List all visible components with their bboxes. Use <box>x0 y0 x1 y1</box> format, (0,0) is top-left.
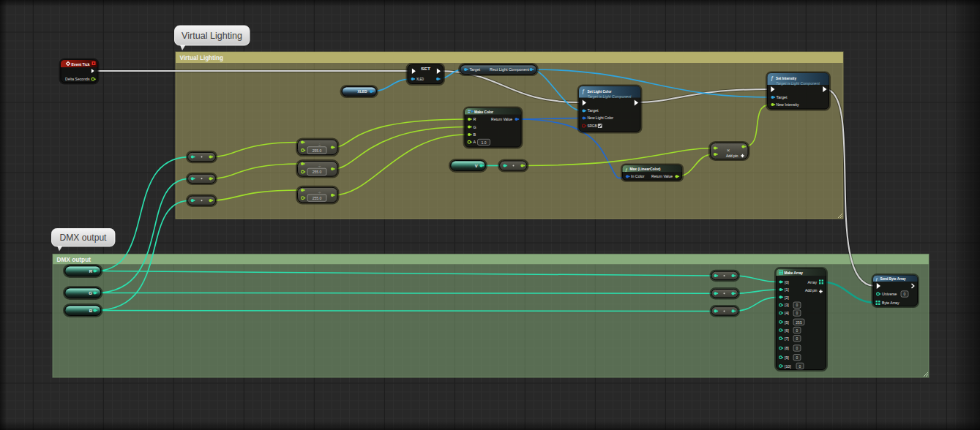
svg-text:[2]: [2] <box>785 295 789 300</box>
svg-text:Target: Target <box>777 95 788 99</box>
svg-text:[7]: [7] <box>785 336 789 341</box>
svg-text:XLED: XLED <box>358 89 367 94</box>
svg-text:Virtual Lighting: Virtual Lighting <box>182 30 242 41</box>
svg-text:V: V <box>475 164 478 168</box>
svg-text:G: G <box>89 291 92 295</box>
svg-text:0: 0 <box>796 328 798 333</box>
svg-text:Target: Target <box>588 108 599 113</box>
svg-text:B: B <box>474 132 476 137</box>
svg-text:0: 0 <box>796 346 798 350</box>
svg-text:[0]: [0] <box>785 280 789 284</box>
svg-text:Event Tick: Event Tick <box>72 62 91 67</box>
svg-text:Make Color: Make Color <box>474 110 494 114</box>
svg-text:0: 0 <box>796 311 798 315</box>
svg-text:[8]: [8] <box>785 346 789 350</box>
svg-text:ƒ: ƒ <box>771 75 774 81</box>
svg-text:255.0: 255.0 <box>313 148 322 153</box>
svg-text:Target: Target <box>470 67 481 72</box>
svg-text:[9]: [9] <box>785 355 789 360</box>
svg-text:[5]: [5] <box>785 320 789 325</box>
svg-text:Byte Array: Byte Array <box>882 301 899 305</box>
svg-text:[1]: [1] <box>785 287 789 292</box>
svg-text:[10]: [10] <box>785 364 791 369</box>
svg-text:Array: Array <box>808 280 818 284</box>
svg-text:0: 0 <box>904 292 906 296</box>
svg-text:Set Light Color: Set Light Color <box>588 89 613 94</box>
svg-text:×: × <box>727 147 730 154</box>
svg-text:Set Intensity: Set Intensity <box>776 76 797 80</box>
svg-text:New Intensity: New Intensity <box>777 102 799 107</box>
svg-text:255.0: 255.0 <box>313 170 322 174</box>
svg-text:[6]: [6] <box>785 328 789 333</box>
svg-text:Send Byte Array: Send Byte Array <box>880 276 907 281</box>
svg-text:255.0: 255.0 <box>313 196 322 200</box>
svg-text:[4]: [4] <box>785 311 789 315</box>
svg-text:A: A <box>474 140 476 144</box>
svg-text:Make Array: Make Array <box>785 271 804 275</box>
svg-text:0: 0 <box>796 336 798 341</box>
svg-text:B: B <box>89 309 93 313</box>
svg-text:Return Value: Return Value <box>651 174 673 178</box>
svg-text:Add pin: Add pin <box>726 154 738 158</box>
svg-text:R: R <box>474 117 476 121</box>
svg-text:1.0: 1.0 <box>482 140 487 145</box>
svg-text:XLED: XLED <box>416 77 424 81</box>
svg-text:0: 0 <box>799 364 801 369</box>
svg-text:Rect Light Component: Rect Light Component <box>490 67 530 72</box>
svg-text:Max (LinearColor): Max (LinearColor) <box>630 167 661 171</box>
svg-text:Add pin: Add pin <box>805 288 818 293</box>
svg-text:ƒ: ƒ <box>582 88 585 94</box>
svg-text:0: 0 <box>796 355 798 360</box>
svg-text:DMX output: DMX output <box>57 256 91 263</box>
svg-text:SET: SET <box>421 66 430 71</box>
svg-text:Virtual Lighting: Virtual Lighting <box>180 54 224 61</box>
svg-text:SRGB: SRGB <box>588 124 597 128</box>
svg-text:Target is Light Component: Target is Light Component <box>776 81 820 86</box>
svg-text:[3]: [3] <box>785 303 789 307</box>
svg-text:New Light Color: New Light Color <box>588 116 614 120</box>
svg-text:G: G <box>474 125 476 129</box>
svg-text:In Color: In Color <box>631 174 645 178</box>
svg-text:Return Value: Return Value <box>491 117 512 121</box>
svg-text:Target is Light Component: Target is Light Component <box>588 94 632 99</box>
svg-text:DMX output: DMX output <box>60 232 107 243</box>
svg-text:255: 255 <box>796 320 802 325</box>
svg-text:R: R <box>89 269 93 274</box>
svg-text:Delta Seconds: Delta Seconds <box>65 77 90 81</box>
svg-text:0: 0 <box>796 303 798 307</box>
svg-text:Universe: Universe <box>882 292 897 296</box>
